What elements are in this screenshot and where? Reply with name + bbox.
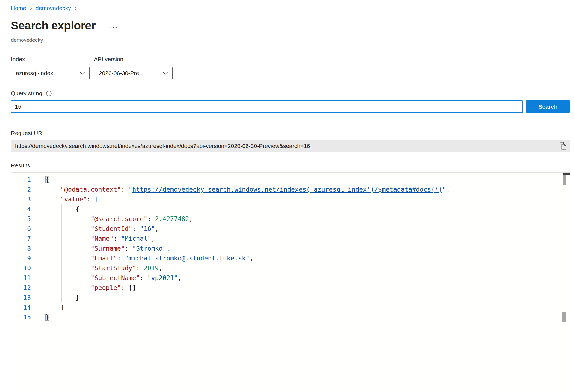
indent-guide — [42, 185, 42, 312]
text-cursor — [22, 103, 22, 111]
request-url-box: https://demovedecky.search.windows.net/i… — [11, 140, 570, 152]
scrollbar-thumb[interactable] — [563, 175, 566, 185]
api-version-dropdown[interactable]: 2020-06-30-Pre... — [94, 67, 173, 79]
line-number: 2 — [11, 185, 31, 194]
code-line: 1{ — [11, 175, 570, 185]
line-number: 1 — [11, 175, 31, 185]
code-line: 5 "@search.score": 2.4277482, — [11, 214, 570, 224]
line-number: 15 — [11, 312, 31, 322]
code-line: 4 { — [11, 204, 570, 214]
code-line: 3 "value": [ — [11, 194, 570, 204]
code-line: 14 ] — [11, 302, 570, 312]
line-number: 8 — [11, 243, 31, 253]
code-line: 2 "@odata.context": "https://demovedecky… — [11, 185, 570, 194]
more-options-button[interactable]: ··· — [109, 20, 119, 31]
line-number: 10 — [11, 263, 31, 273]
page-subtitle: demovedecky — [11, 37, 43, 43]
search-explorer-page: Home demovedecky Search explorer ··· dem… — [0, 0, 574, 392]
chevron-right-icon — [74, 6, 77, 10]
line-number: 9 — [11, 253, 31, 263]
json-link[interactable]: https://demovedecky.search.windows.net/i… — [132, 186, 442, 193]
overview-ruler-mark — [562, 312, 566, 322]
copy-icon[interactable] — [559, 142, 567, 150]
breadcrumb: Home demovedecky — [11, 5, 77, 11]
code-line: 7 "Name": "Michal", — [11, 234, 570, 243]
code-line: 15} — [11, 312, 570, 322]
breadcrumb-home-link[interactable]: Home — [11, 5, 26, 11]
indent-guide — [77, 214, 77, 293]
request-url-label: Request URL — [11, 130, 45, 136]
code-line: 9 "Email": "michal.stromko@.student.tuke… — [11, 253, 570, 263]
index-dropdown-value: azuresql-index — [16, 70, 53, 76]
line-number: 4 — [11, 204, 31, 214]
chevron-down-icon — [80, 72, 85, 75]
code-line: 6 "StudentId": "16", — [11, 224, 570, 234]
query-string-input[interactable]: 16 — [11, 100, 523, 113]
code-line: 11 "SubjectName": "vp2021", — [11, 273, 570, 283]
line-number: 7 — [11, 234, 31, 243]
search-button[interactable]: Search — [526, 100, 570, 113]
indent-guide — [61, 204, 62, 302]
breadcrumb-demovedecky-link[interactable]: demovedecky — [35, 5, 71, 11]
code-line: 12 "people": [] — [11, 283, 570, 293]
chevron-down-icon — [163, 72, 168, 75]
code-line: 10 "StartStudy": 2019, — [11, 263, 570, 273]
chevron-right-icon — [29, 6, 32, 10]
results-editor[interactable]: 1{2 "@odata.context": "https://demovedec… — [11, 172, 570, 392]
line-number: 3 — [11, 194, 31, 204]
code-line: 8 "Surname": "Stromko", — [11, 243, 570, 253]
index-label: Index — [11, 56, 90, 63]
line-number: 11 — [11, 273, 31, 283]
results-label: Results — [11, 162, 30, 169]
request-url-value: https://demovedecky.search.windows.net/i… — [15, 143, 310, 149]
info-icon[interactable] — [46, 90, 52, 96]
page-title: Search explorer — [11, 19, 96, 32]
query-string-value: 16 — [15, 103, 21, 110]
code-line: 13 } — [11, 293, 570, 302]
line-number: 14 — [11, 302, 31, 312]
query-string-label: Query string — [11, 90, 42, 97]
scrollbar-top-shadow — [563, 173, 570, 175]
index-dropdown[interactable]: azuresql-index — [11, 67, 90, 79]
line-number: 6 — [11, 224, 31, 234]
api-version-dropdown-value: 2020-06-30-Pre... — [99, 70, 144, 76]
line-number: 5 — [11, 214, 31, 224]
api-version-label: API version — [94, 56, 173, 63]
line-number: 13 — [11, 293, 31, 302]
line-number: 12 — [11, 283, 31, 293]
results-json: 1{2 "@odata.context": "https://demovedec… — [11, 173, 570, 392]
